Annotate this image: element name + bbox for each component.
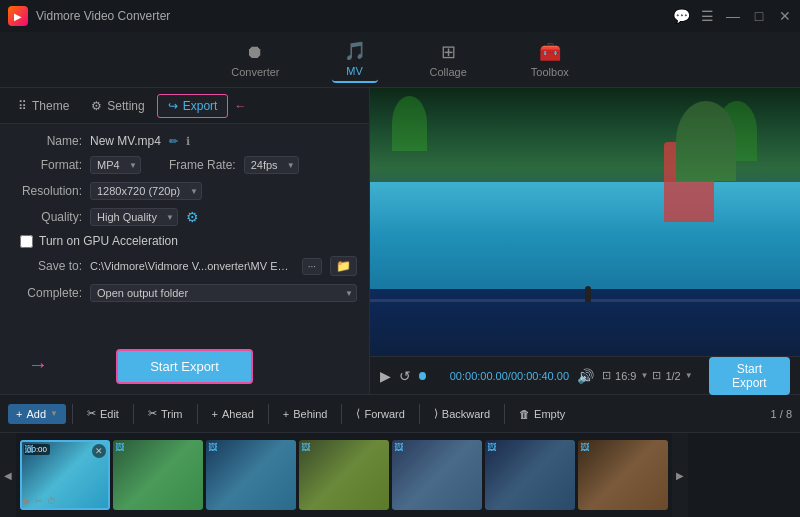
img-icon-4: 🖼 (301, 442, 310, 452)
add-dropdown-icon[interactable]: ▼ (50, 409, 58, 418)
timeline-item-3[interactable]: 🖼 (206, 440, 296, 510)
saveto-dots-btn[interactable]: ··· (302, 258, 322, 275)
page-dropdown-icon[interactable]: ▼ (685, 371, 693, 380)
timeline-prev-btn[interactable]: ◀ (0, 433, 16, 517)
play-thumb-icon-1: ▶ (24, 496, 31, 506)
video-preview (370, 88, 800, 356)
export-btn[interactable]: ↪ Export (157, 94, 229, 118)
resolution-label: Resolution: (12, 184, 82, 198)
resolution-row: Resolution: 1280x720 (720p) (12, 182, 357, 200)
start-export-button[interactable]: Start Export (116, 349, 253, 384)
name-edit-icon[interactable]: ✏ (169, 135, 178, 148)
tab-converter[interactable]: ⏺ Converter (219, 38, 291, 82)
toolbar-divider-3 (197, 404, 198, 424)
theme-btn[interactable]: ⠿ Theme (8, 95, 79, 117)
backward-btn[interactable]: ⟩ Backward (426, 403, 498, 424)
page-indicator: 1 / 8 (771, 408, 792, 420)
saveto-row: Save to: C:\Vidmore\Vidmore V...onverter… (12, 256, 357, 276)
framerate-select[interactable]: 24fps (244, 156, 299, 174)
add-btn[interactable]: + Add ▼ (8, 404, 66, 424)
timeline-next-btn[interactable]: ▶ (672, 433, 688, 517)
toolbar-divider-1 (72, 404, 73, 424)
maximize-btn[interactable]: □ (752, 9, 766, 23)
trim-btn[interactable]: ✂ Trim (140, 403, 191, 424)
settings-form: Name: New MV.mp4 ✏ ℹ Format: MP4 Frame R… (0, 124, 369, 333)
ratio-dropdown-icon[interactable]: ▼ (640, 371, 648, 380)
format-select[interactable]: MP4 (90, 156, 141, 174)
toolbar-divider-6 (419, 404, 420, 424)
right-panel: ▶ ↺ 00:00:00.00/00:00:40.00 🔊 ⊡ 16:9 ▼ ⊡… (370, 88, 800, 394)
title-bar: ▶ Vidmore Video Converter 💬 ☰ — □ ✕ (0, 0, 800, 32)
gpu-label: Turn on GPU Acceleration (39, 234, 178, 248)
tab-mv[interactable]: 🎵 MV (332, 36, 378, 83)
export-label: Export (183, 99, 218, 113)
gpu-checkbox[interactable] (20, 235, 33, 248)
timeline-item-6[interactable]: 🖼 (485, 440, 575, 510)
timeline-item-7[interactable]: 🖼 (578, 440, 668, 510)
complete-select[interactable]: Open output folder (90, 284, 357, 302)
empty-btn[interactable]: 🗑 Empty (511, 404, 573, 424)
chat-icon[interactable]: 💬 (674, 9, 688, 23)
behind-btn[interactable]: + Behind (275, 404, 336, 424)
framerate-label: Frame Rate: (169, 158, 236, 172)
name-info-icon[interactable]: ℹ (186, 135, 190, 148)
start-export-right-btn[interactable]: Start Export (709, 357, 790, 395)
timeline-item-2[interactable]: 🖼 (113, 440, 203, 510)
edit-btn[interactable]: ✂ Edit (79, 403, 127, 424)
backward-label: Backward (442, 408, 490, 420)
start-export-area: → Start Export (0, 333, 369, 394)
volume-icon[interactable]: 🔊 (577, 368, 594, 384)
name-value: New MV.mp4 (90, 134, 161, 148)
img-icon-3: 🖼 (208, 442, 217, 452)
format-row: Format: MP4 Frame Rate: 24fps (12, 156, 357, 174)
mv-label: MV (346, 65, 363, 77)
quality-label: Quality: (12, 210, 82, 224)
menu-icon[interactable]: ☰ (700, 9, 714, 23)
title-bar-left: ▶ Vidmore Video Converter (8, 6, 170, 26)
collage-icon: ⊞ (441, 41, 456, 63)
close-btn[interactable]: ✕ (778, 9, 792, 23)
forward-btn[interactable]: ⟨ Forward (348, 403, 412, 424)
replay-btn[interactable]: ↺ (399, 368, 411, 384)
ratio-area: ⊡ 16:9 ▼ ⊡ 1/2 ▼ (602, 369, 693, 382)
scissors-thumb-icon-1: ✂ (35, 496, 43, 506)
forward-label: Forward (364, 408, 404, 420)
toolbox-icon: 🧰 (539, 41, 561, 63)
behind-icon: + (283, 408, 289, 420)
add-icon: + (16, 408, 22, 420)
ahead-btn[interactable]: + Ahead (204, 404, 262, 424)
app-icon: ▶ (8, 6, 28, 26)
tab-toolbox[interactable]: 🧰 Toolbox (519, 37, 581, 82)
empty-label: Empty (534, 408, 565, 420)
title-bar-controls: 💬 ☰ — □ ✕ (674, 9, 792, 23)
toolbox-label: Toolbox (531, 66, 569, 78)
ratio-value: 16:9 (615, 370, 636, 382)
saveto-folder-btn[interactable]: 📁 (330, 256, 357, 276)
quality-select-wrapper: High Quality (90, 208, 178, 226)
quality-select[interactable]: High Quality (90, 208, 178, 226)
complete-row: Complete: Open output folder (12, 284, 357, 302)
resolution-select[interactable]: 1280x720 (720p) (90, 182, 202, 200)
format-label: Format: (12, 158, 82, 172)
edit-label: Edit (100, 408, 119, 420)
timeline-item-4[interactable]: 🖼 (299, 440, 389, 510)
converter-icon: ⏺ (246, 42, 264, 63)
timeline-item-1[interactable]: 00:00 ✕ ▶ ✂ ⏱ 🖼 (20, 440, 110, 510)
quality-gear-icon[interactable]: ⚙ (186, 209, 199, 225)
format-select-wrapper: MP4 (90, 156, 141, 174)
close-item-1[interactable]: ✕ (92, 444, 106, 458)
trim-label: Trim (161, 408, 183, 420)
setting-label: Setting (107, 99, 144, 113)
timeline: ◀ 00:00 ✕ ▶ ✂ ⏱ 🖼 🖼 🖼 🖼 🖼 🖼 (0, 432, 800, 517)
setting-gear-icon: ⚙ (91, 99, 102, 113)
img-icon-6: 🖼 (487, 442, 496, 452)
backward-icon: ⟩ (434, 407, 438, 420)
tab-collage[interactable]: ⊞ Collage (418, 37, 479, 82)
toolbar-divider-4 (268, 404, 269, 424)
setting-btn[interactable]: ⚙ Setting (81, 95, 154, 117)
play-btn[interactable]: ▶ (380, 368, 391, 384)
complete-select-wrapper: Open output folder (90, 284, 357, 302)
timeline-items: 00:00 ✕ ▶ ✂ ⏱ 🖼 🖼 🖼 🖼 🖼 🖼 🖼 (16, 433, 672, 517)
timeline-item-5[interactable]: 🖼 (392, 440, 482, 510)
minimize-btn[interactable]: — (726, 9, 740, 23)
